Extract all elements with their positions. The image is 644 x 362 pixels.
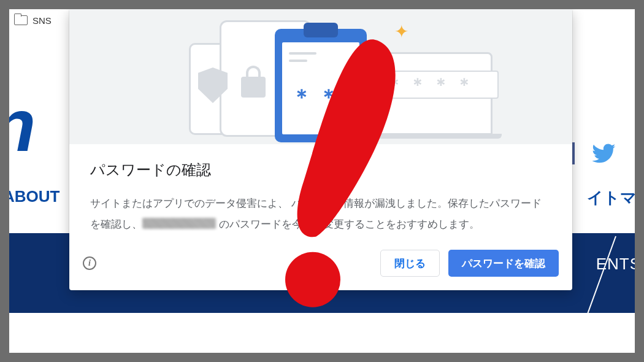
dialog-title: パスワードの確認 — [90, 160, 551, 180]
folder-icon[interactable] — [14, 15, 28, 25]
dialog-illustration: ＊＊＊＊ ＊＊ ✦ ✦ — [69, 9, 572, 144]
nav-item-about[interactable]: ABOUT — [9, 187, 59, 206]
bookmark-folder-label[interactable]: SNS — [33, 15, 52, 26]
confirm-password-button[interactable]: パスワードを確認 — [448, 250, 559, 277]
nav-item-sitemap[interactable]: イトマッ — [587, 187, 635, 209]
twitter-icon[interactable] — [592, 141, 616, 166]
redacted-site-name — [142, 218, 216, 229]
dialog-body-text: サイトまたはアプリでのデータ侵害によ、 パスワード情報が漏洩しました。保存したパ… — [90, 193, 551, 235]
close-button[interactable]: 閉じる — [380, 250, 440, 277]
password-check-dialog: ＊＊＊＊ ＊＊ ✦ ✦ パスワードの確認 サイトまたはアプリでのデータ侵害によ、… — [69, 9, 572, 290]
site-logo-fragment: n — [9, 83, 32, 168]
info-icon[interactable]: i — [83, 256, 96, 270]
